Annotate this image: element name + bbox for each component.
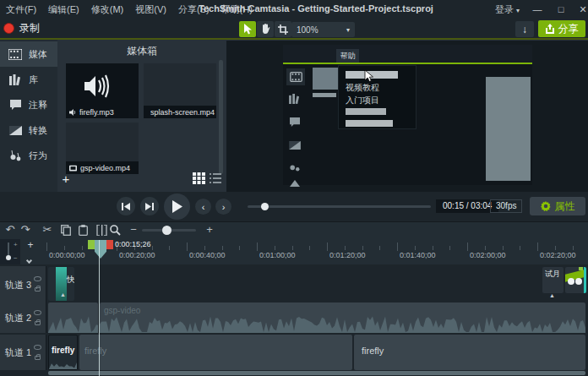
canvas-panel: 帮助 视频教程 入门项目 xyxy=(226,40,588,192)
callout-circle xyxy=(575,278,582,285)
export-frame-button[interactable]: ↓ xyxy=(515,21,534,37)
track-visibility-icon[interactable] xyxy=(34,310,41,315)
timeline-zoom-in-button[interactable]: + xyxy=(203,223,216,237)
track1-clip-firefly-a[interactable]: firefly xyxy=(48,335,78,370)
track-visibility-icon[interactable] xyxy=(34,276,41,281)
track-lock-icon[interactable] xyxy=(35,287,41,292)
ruler-tick-label: 0:02:20;00 xyxy=(540,251,576,259)
camtasia-window: 文件(F) 编辑(E) 修改(M) 视图(V) 分享(S) 帮助(H) Tech… xyxy=(0,0,588,376)
list-view-button[interactable] xyxy=(210,172,222,184)
selection-out-handle[interactable] xyxy=(106,240,113,249)
redo-button[interactable]: ↷ xyxy=(19,223,32,237)
playhead-line[interactable] xyxy=(99,240,100,376)
timeline-zoom-handle[interactable] xyxy=(162,226,172,235)
split-button[interactable] xyxy=(95,223,108,237)
maximize-button[interactable]: □ xyxy=(551,0,571,19)
track2-clip-gsp-video-a[interactable] xyxy=(48,302,98,333)
chevron-down-icon: ▾ xyxy=(516,7,520,14)
track3-clip-callout[interactable] xyxy=(565,267,586,293)
step-backward-button[interactable] xyxy=(117,197,135,215)
cursor-tool-button[interactable] xyxy=(239,21,256,37)
cut-button[interactable]: ✂ xyxy=(41,223,54,237)
menu-modify[interactable]: 修改(M) xyxy=(85,0,130,19)
ruler-tick-label: 0:01:00;00 xyxy=(259,251,296,259)
video-preview[interactable]: 帮助 视频教程 入门项目 xyxy=(283,45,532,185)
scrubber-handle[interactable] xyxy=(261,203,269,210)
add-media-button[interactable]: + xyxy=(59,172,73,186)
play-button[interactable] xyxy=(164,193,190,220)
video-icon xyxy=(69,165,77,172)
sidebar-item-media[interactable]: 媒体 xyxy=(0,41,57,67)
track-height-control[interactable]: + − xyxy=(0,239,20,264)
playback-scrubber[interactable] xyxy=(248,205,431,208)
add-track-button[interactable]: + xyxy=(23,240,38,251)
sidebar-item-transitions[interactable]: 转换 xyxy=(0,117,57,143)
track2-header[interactable]: 轨道 2 xyxy=(0,302,46,333)
timeline-zoom-out-button[interactable]: − xyxy=(127,223,140,237)
sidebar-item-annotations[interactable]: 注释 xyxy=(0,92,57,117)
close-button[interactable]: ✕ xyxy=(573,0,588,19)
track1-header[interactable]: 轨道 1 xyxy=(0,335,46,370)
track3-header[interactable]: 轨道 3 xyxy=(0,266,46,302)
menu-view[interactable]: 视图(V) xyxy=(129,0,172,19)
group-indicator-icon[interactable]: ▲ xyxy=(549,292,555,298)
step-backward-icon xyxy=(122,203,130,210)
preview-menu-item-tutorials: 视频教程 xyxy=(346,82,379,94)
media-bin-scrollbar[interactable] xyxy=(219,60,223,174)
properties-button[interactable]: 属性 xyxy=(530,197,585,215)
collapse-tracks-button[interactable] xyxy=(27,254,31,264)
crop-icon xyxy=(278,25,288,35)
preview-help-menu: 帮助 xyxy=(336,49,359,63)
preview-more-icon xyxy=(286,178,305,188)
sign-in-button[interactable]: 登录 ▾ xyxy=(495,3,520,16)
download-icon: ↓ xyxy=(522,24,527,35)
record-button[interactable]: 录制 xyxy=(3,20,40,36)
media-item-firefly[interactable]: firefly.mp3 xyxy=(66,63,139,118)
timeline-zoom-tool[interactable] xyxy=(108,223,122,237)
share-button[interactable]: 分享 xyxy=(538,20,585,37)
track-height-handle[interactable] xyxy=(6,255,11,260)
sidebar-item-library[interactable]: 库 xyxy=(0,67,57,92)
undo-button[interactable]: ↶ xyxy=(3,223,17,237)
group-indicator-icon[interactable]: ▲ xyxy=(60,292,66,297)
preview-library-icon xyxy=(286,94,305,106)
media-item-splash-screen[interactable]: splash-screen.mp4 xyxy=(144,63,216,118)
preview-help-dropdown: 视频教程 入门项目 xyxy=(338,65,416,129)
film-icon xyxy=(8,48,23,60)
fps-badge[interactable]: 30fps xyxy=(490,199,522,213)
scissors-icon: ✂ xyxy=(43,223,52,236)
timeline-ruler[interactable]: + − + 0:00:00;00 0:00:20;00 0:00:40;00 0… xyxy=(0,239,588,264)
track1-clip-firefly-c[interactable]: firefly xyxy=(354,335,585,370)
media-bin-panel: 媒体箱 firefly.mp3 splash-screen.mp4 gsp-vi… xyxy=(57,40,226,192)
minimize-button[interactable]: — xyxy=(527,0,547,19)
speaker-icon xyxy=(84,74,113,99)
playhead-handle[interactable] xyxy=(95,240,106,259)
sidebar-item-behaviors[interactable]: 行为 xyxy=(0,143,57,168)
preview-thumbnail-caption xyxy=(313,93,336,97)
track3-clip-test[interactable]: 试月 xyxy=(542,267,564,293)
menu-file[interactable]: 文件(F) xyxy=(0,0,42,19)
crop-tool-button[interactable] xyxy=(275,21,291,37)
annotation-icon xyxy=(8,99,23,111)
minus-icon: − xyxy=(14,254,18,262)
next-clip-button[interactable]: › xyxy=(215,199,231,215)
canvas-zoom-select[interactable]: 100% ▾ xyxy=(291,22,355,37)
copy-button[interactable] xyxy=(59,223,73,237)
selection-in-handle[interactable] xyxy=(88,240,95,249)
track2-clip-gsp-video-b[interactable]: gsp-video xyxy=(100,302,585,333)
track-lock-icon[interactable] xyxy=(35,321,41,325)
media-item-gsp-video[interactable]: gsp-video.mp4 xyxy=(66,123,139,174)
paste-button[interactable] xyxy=(76,223,90,237)
timeline-horizontal-scrollbar[interactable] xyxy=(48,371,585,375)
track1-clip-firefly-b[interactable]: firefly xyxy=(79,335,352,370)
timeline-zoom-slider[interactable] xyxy=(142,229,196,232)
track-visibility-icon[interactable] xyxy=(34,345,41,350)
previous-clip-button[interactable]: ‹ xyxy=(195,199,211,215)
pan-tool-button[interactable] xyxy=(257,21,274,37)
grid-view-button[interactable] xyxy=(193,172,205,184)
menu-edit[interactable]: 编辑(E) xyxy=(42,0,85,19)
clip-edge-marker xyxy=(584,267,586,293)
preview-film-icon xyxy=(286,68,305,85)
track-lock-icon[interactable] xyxy=(35,356,41,360)
step-forward-button[interactable] xyxy=(140,197,159,215)
